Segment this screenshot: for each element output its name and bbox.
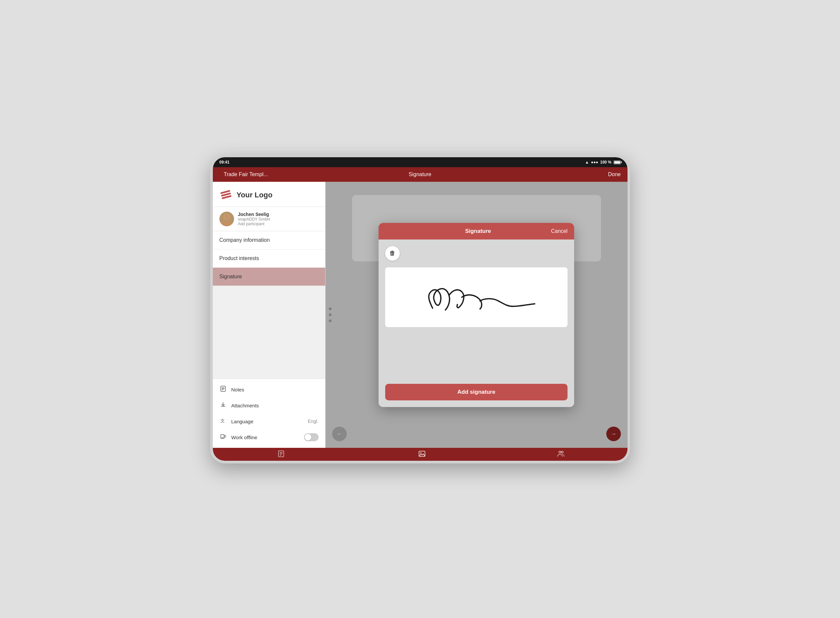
- main-content: Your Logo Jochen Seelig: [213, 182, 628, 448]
- sidebar-bottom: Notes Attachments 文: [213, 379, 325, 448]
- top-nav: Trade Fair Templ... Signature Done: [213, 167, 628, 182]
- time: 09:41: [219, 160, 230, 165]
- sidebar-item-language[interactable]: 文 Language Engl.: [213, 413, 325, 429]
- modal-overlay: Signature Cancel 🗑: [326, 182, 628, 448]
- nav-right: Done: [561, 171, 628, 177]
- offline-toggle[interactable]: [304, 433, 319, 441]
- offline-label: Work offline: [231, 435, 258, 440]
- tab-bar: Reports Media library Team: [213, 448, 628, 464]
- sidebar-item-attachments[interactable]: Attachments: [213, 397, 325, 413]
- svg-point-21: [559, 451, 561, 453]
- avatar: [219, 212, 234, 226]
- add-signature-button[interactable]: Add signature: [385, 384, 567, 400]
- svg-point-22: [561, 451, 563, 453]
- signal-icon: ▲: [585, 160, 589, 165]
- nav-items: Company information Product interests Si…: [213, 231, 325, 379]
- user-name: Jochen Seelig: [238, 212, 270, 217]
- logo-icon: [219, 189, 233, 202]
- nav-left: Trade Fair Templ...: [213, 171, 279, 177]
- notes-icon: [219, 385, 227, 394]
- language-value: Engl.: [308, 419, 319, 424]
- done-button[interactable]: Done: [608, 171, 621, 177]
- nav-item-signature[interactable]: Signature: [213, 268, 325, 286]
- signature-drawing: [385, 267, 567, 327]
- svg-point-6: [224, 214, 230, 220]
- nav-item-product-interests[interactable]: Product interests: [213, 250, 325, 268]
- battery-text: 100 %: [600, 160, 611, 165]
- tab-media-library[interactable]: Media library: [411, 450, 432, 464]
- media-tab-label: Media library: [411, 461, 432, 464]
- signature-canvas[interactable]: [385, 267, 567, 327]
- trash-icon: 🗑: [390, 250, 396, 257]
- signature-modal: Signature Cancel 🗑: [379, 223, 574, 407]
- svg-point-20: [420, 453, 421, 453]
- notes-label: Notes: [231, 387, 244, 392]
- nav-center-title: Signature: [409, 171, 432, 177]
- battery-icon: [613, 160, 621, 164]
- modal-body: 🗑: [379, 239, 574, 379]
- logo-text: Your Logo: [237, 191, 273, 199]
- sidebar-item-work-offline[interactable]: Work offline: [213, 429, 325, 445]
- status-icons: ▲ ●●● 100 %: [585, 160, 621, 165]
- add-participant[interactable]: Add participant: [238, 221, 270, 226]
- modal-cancel-button[interactable]: Cancel: [551, 228, 567, 234]
- nav-center: Signature: [279, 171, 561, 177]
- tab-team[interactable]: Team: [556, 450, 565, 464]
- media-tab-icon: [418, 450, 426, 459]
- device-frame: 09:41 ▲ ●●● 100 % Trade Fair Templ... Si…: [210, 154, 630, 464]
- modal-title: Signature: [405, 228, 551, 235]
- logo-area: Your Logo: [213, 182, 325, 207]
- language-label: Language: [231, 419, 253, 424]
- team-tab-icon: [557, 450, 565, 459]
- main-panel: ← → Signature Cancel: [326, 182, 628, 448]
- offline-icon: [219, 433, 227, 441]
- nav-item-company-information[interactable]: Company information: [213, 231, 325, 250]
- sidebar: Your Logo Jochen Seelig: [213, 182, 326, 448]
- avatar-image: [219, 212, 234, 226]
- attachments-label: Attachments: [231, 403, 259, 409]
- attachments-icon: [219, 401, 227, 409]
- status-bar: 09:41 ▲ ●●● 100 %: [213, 157, 628, 167]
- tab-reports[interactable]: Reports: [275, 450, 288, 464]
- svg-rect-12: [221, 435, 224, 438]
- modal-footer: Add signature: [379, 379, 574, 407]
- reports-tab-icon: [277, 450, 285, 459]
- user-info: Jochen Seelig snapADDY GmbH Add particip…: [213, 207, 325, 231]
- reports-tab-label: Reports: [275, 461, 288, 464]
- tab-indicator: [400, 463, 440, 464]
- team-tab-label: Team: [556, 461, 565, 464]
- modal-header: Signature Cancel: [379, 223, 574, 239]
- user-company: snapADDY GmbH: [238, 217, 270, 221]
- language-icon: 文: [219, 417, 227, 425]
- user-details: Jochen Seelig snapADDY GmbH Add particip…: [238, 212, 270, 226]
- svg-rect-14: [224, 435, 226, 437]
- sidebar-item-notes[interactable]: Notes: [213, 382, 325, 397]
- nav-back-title[interactable]: Trade Fair Templ...: [224, 171, 268, 177]
- svg-text:文: 文: [221, 418, 225, 423]
- delete-signature-button[interactable]: 🗑: [385, 246, 400, 261]
- wifi-icon: ●●●: [591, 160, 599, 165]
